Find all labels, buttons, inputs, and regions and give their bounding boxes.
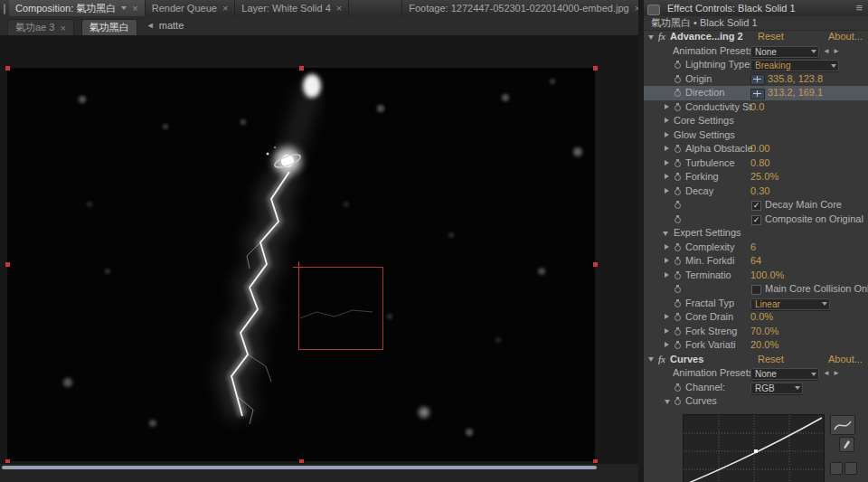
effect-point-icon[interactable] bbox=[750, 89, 765, 99]
curve-preset-button[interactable] bbox=[830, 415, 855, 435]
prop-row-turbulence[interactable]: Turbulence 0.80 bbox=[644, 156, 868, 171]
twirl-right-icon[interactable] bbox=[665, 244, 669, 250]
group-row-expert-settings[interactable]: Expert Settings bbox=[644, 226, 868, 241]
lightning-type-select[interactable]: Breaking bbox=[750, 60, 839, 71]
prop-row-main-core-collision[interactable]: Main Core Collision Onl bbox=[644, 282, 868, 297]
reset-button[interactable]: Reset bbox=[758, 30, 784, 44]
panel-grip-icon[interactable] bbox=[4, 4, 5, 14]
prop-row-min-forkdistance[interactable]: Min. Forkdi 64 bbox=[644, 254, 868, 269]
close-icon[interactable]: × bbox=[336, 3, 342, 14]
stopwatch-icon[interactable] bbox=[674, 243, 682, 252]
close-icon[interactable]: × bbox=[635, 3, 638, 14]
twirl-right-icon[interactable] bbox=[665, 314, 669, 319]
twirl-right-icon[interactable] bbox=[665, 174, 669, 179]
stopwatch-icon[interactable] bbox=[674, 299, 682, 308]
decay-main-core-checkbox[interactable]: ✓ bbox=[751, 201, 761, 211]
effect-header-advanced-lightning[interactable]: fx Advance...ing 2 Reset About... bbox=[644, 30, 868, 44]
twirl-right-icon[interactable] bbox=[665, 272, 669, 278]
close-icon[interactable]: × bbox=[60, 23, 65, 33]
region-of-interest-box[interactable] bbox=[298, 267, 383, 350]
stopwatch-icon[interactable] bbox=[674, 271, 682, 280]
stopwatch-icon[interactable] bbox=[674, 61, 682, 70]
close-icon[interactable]: × bbox=[132, 3, 137, 14]
previous-preset-icon[interactable]: ◄ bbox=[823, 44, 830, 59]
prop-value[interactable]: 25.0% bbox=[750, 170, 778, 184]
twirl-right-icon[interactable] bbox=[665, 146, 669, 151]
group-row-core-settings[interactable]: Core Settings bbox=[644, 114, 868, 128]
reset-button[interactable]: Reset bbox=[758, 353, 784, 367]
prop-row-curves[interactable]: Curves bbox=[644, 394, 868, 409]
twirl-right-icon[interactable] bbox=[665, 342, 669, 347]
stopwatch-icon[interactable] bbox=[674, 215, 682, 224]
fractal-type-select[interactable]: Linear bbox=[750, 298, 830, 310]
prop-row-fork-strength[interactable]: Fork Streng 70.0% bbox=[644, 325, 868, 339]
stopwatch-icon[interactable] bbox=[674, 103, 682, 112]
prop-value[interactable]: 313.2, 169.1 bbox=[768, 86, 823, 100]
stopwatch-icon[interactable] bbox=[674, 159, 682, 168]
twirl-down-icon[interactable] bbox=[648, 357, 654, 362]
parent-flow-arrow-icon[interactable]: ◄ bbox=[146, 16, 155, 35]
stopwatch-icon[interactable] bbox=[674, 89, 682, 98]
tab-render-queue[interactable]: Render Queue × bbox=[146, 0, 236, 16]
prop-row-composite-on-original[interactable]: ✓ Composite on Original bbox=[644, 213, 868, 227]
prop-row-termination[interactable]: Terminatio 100.0% bbox=[644, 269, 868, 283]
comp-tab-active[interactable]: 氣功黑白 bbox=[81, 19, 137, 35]
previous-preset-icon[interactable]: ◄ bbox=[823, 366, 830, 381]
prop-value[interactable]: 0.00 bbox=[750, 142, 769, 156]
prop-value[interactable]: 100.0% bbox=[750, 269, 784, 283]
composition-canvas[interactable] bbox=[7, 68, 595, 461]
prop-row-alpha-obstacle[interactable]: Alpha Obstacle 0.00 bbox=[644, 142, 868, 156]
effect-name[interactable]: Advance...ing 2 bbox=[670, 30, 743, 44]
curves-graph[interactable] bbox=[683, 414, 825, 482]
prop-value[interactable]: 64 bbox=[750, 254, 761, 269]
layer-handle[interactable] bbox=[5, 66, 10, 71]
prop-row-forking[interactable]: Forking 25.0% bbox=[644, 170, 868, 184]
prop-value[interactable]: 0.0 bbox=[750, 100, 764, 115]
prop-row-animation-presets[interactable]: Animation Presets: None ◄ ► bbox=[644, 44, 868, 59]
prop-value[interactable]: 0.80 bbox=[750, 156, 769, 171]
chevron-down-icon[interactable] bbox=[121, 6, 127, 10]
pencil-tool-button[interactable] bbox=[839, 437, 854, 452]
stopwatch-icon[interactable] bbox=[674, 187, 682, 196]
about-button[interactable]: About... bbox=[828, 30, 863, 44]
stopwatch-icon[interactable] bbox=[674, 173, 682, 182]
effect-name[interactable]: Curves bbox=[670, 353, 703, 367]
prop-value[interactable]: 70.0% bbox=[750, 325, 778, 339]
prop-value[interactable]: 0.30 bbox=[750, 184, 769, 199]
twirl-right-icon[interactable] bbox=[665, 160, 669, 165]
prop-row-channel[interactable]: Channel: RGB bbox=[644, 381, 868, 395]
prop-value[interactable]: 6 bbox=[750, 241, 756, 255]
next-preset-icon[interactable]: ► bbox=[833, 44, 840, 59]
twirl-down-icon[interactable] bbox=[648, 35, 654, 40]
effect-point-icon[interactable] bbox=[750, 74, 765, 85]
effect-header-curves[interactable]: fx Curves Reset About... bbox=[644, 353, 868, 367]
stopwatch-icon[interactable] bbox=[674, 201, 682, 210]
next-preset-icon[interactable]: ► bbox=[833, 366, 840, 381]
prop-row-decay-main-core[interactable]: ✓ Decay Main Core bbox=[644, 198, 868, 213]
twirl-down-icon[interactable] bbox=[665, 400, 670, 404]
prop-row-fork-variation[interactable]: Fork Variati 20.0% bbox=[644, 338, 868, 353]
twirl-right-icon[interactable] bbox=[665, 258, 669, 263]
close-icon[interactable]: × bbox=[222, 3, 228, 14]
prop-row-fractal-type[interactable]: Fractal Typ Linear bbox=[644, 297, 868, 311]
stopwatch-icon[interactable] bbox=[674, 257, 682, 266]
tab-layer[interactable]: Layer: White Solid 4 × bbox=[235, 0, 349, 16]
stopwatch-icon[interactable] bbox=[674, 383, 682, 392]
stopwatch-icon[interactable] bbox=[674, 341, 682, 350]
tab-footage[interactable]: Footage: 1272447-052301-022014000-embed.… bbox=[401, 0, 638, 16]
layer-handle[interactable] bbox=[299, 66, 304, 71]
twirl-right-icon[interactable] bbox=[665, 328, 669, 334]
layer-handle[interactable] bbox=[5, 262, 10, 267]
layer-handle[interactable] bbox=[593, 262, 598, 267]
twirl-down-icon[interactable] bbox=[663, 232, 668, 236]
save-curve-button[interactable] bbox=[844, 462, 857, 475]
panel-menu-icon[interactable]: ≡ bbox=[850, 0, 868, 16]
stopwatch-icon[interactable] bbox=[674, 397, 682, 406]
horizontal-scrollbar[interactable] bbox=[0, 463, 638, 482]
prop-row-animation-presets-curves[interactable]: Animation Presets: None ◄ ► bbox=[644, 366, 868, 381]
prop-row-origin[interactable]: Origin 335.8, 123.8 bbox=[644, 72, 868, 87]
twirl-right-icon[interactable] bbox=[665, 104, 669, 109]
horizontal-scrollbar-thumb[interactable] bbox=[2, 466, 597, 469]
animation-presets-select[interactable]: None bbox=[750, 368, 819, 380]
composition-viewport[interactable] bbox=[0, 35, 638, 463]
